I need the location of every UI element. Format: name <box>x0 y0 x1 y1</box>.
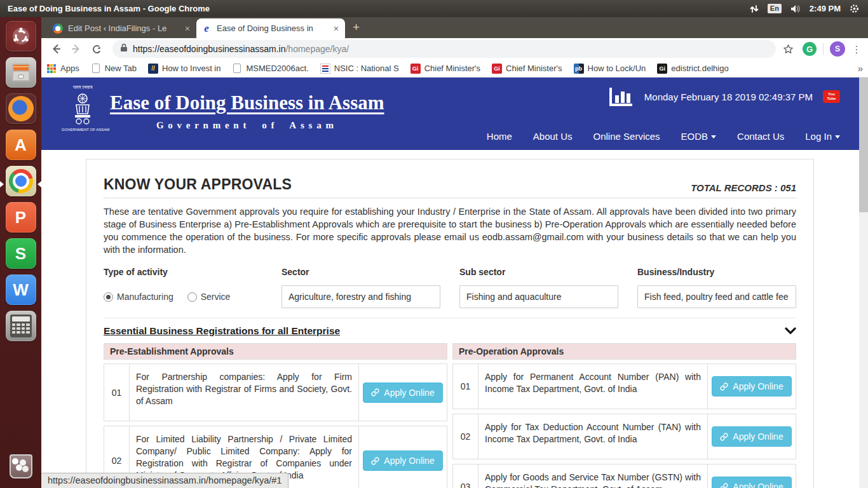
firefox-icon <box>8 96 34 121</box>
nav-online-services[interactable]: Online Services <box>593 131 660 142</box>
radio-unselected-icon[interactable] <box>187 292 197 302</box>
row-text: For Partnership companies: Apply for Fir… <box>130 364 359 421</box>
launcher-item-trash[interactable] <box>6 451 36 482</box>
bookmark-apps[interactable]: Apps <box>46 64 79 74</box>
browser-toolbar: https://easeofdoingbusinessinassam.in/ho… <box>41 38 868 60</box>
launcher-item-ubuntu-software[interactable]: A <box>6 130 36 160</box>
apply-online-button[interactable]: Apply Online <box>363 383 442 403</box>
tab-close-icon[interactable]: × <box>332 24 340 34</box>
collapsible-section-header[interactable]: Essential Business Registrations for all… <box>104 325 796 337</box>
site-header: অসম চৰকাৰ GOVERNMENT OF ASSAM Ease of Do… <box>41 78 868 150</box>
business-industry-label: Business/Industry <box>637 267 796 277</box>
toolbar-separator <box>823 43 824 55</box>
tab-close-icon[interactable]: × <box>184 24 191 34</box>
section-title[interactable]: Essential Business Registrations for all… <box>104 325 340 337</box>
w-app-icon: W <box>13 280 29 300</box>
youtube-icon[interactable]: YouTube <box>823 90 840 103</box>
trash-icon <box>10 454 32 478</box>
tab-indiafilings[interactable]: Edit Post ‹ IndiaFilings - Le × <box>48 18 196 38</box>
page-icon <box>91 64 101 74</box>
nav-eodb[interactable]: EODB <box>681 131 717 142</box>
page-scrollbar[interactable] <box>859 78 868 488</box>
volume-icon[interactable] <box>790 4 801 13</box>
window-title: Ease of Doing Business in Assam - Google… <box>8 4 750 13</box>
bookmark-chief-minister-1[interactable]: GiChief Minister's <box>410 64 480 74</box>
pre-operation-table: Pre-Operation Approvals 01 Apply for Per… <box>452 343 796 488</box>
session-gear-icon[interactable] <box>850 4 859 13</box>
forward-button[interactable] <box>68 41 85 57</box>
launcher-item-files[interactable] <box>6 57 36 88</box>
pre-operation-header: Pre-Operation Approvals <box>452 343 796 360</box>
bookmark-nsic[interactable]: NSIC : National S <box>320 64 399 74</box>
link-icon <box>371 388 379 396</box>
bookmark-msmed-act[interactable]: MSMED2006act. <box>232 64 308 74</box>
header-right: Monday February 18 2019 02:49:37 PM YouT… <box>609 86 840 107</box>
launcher-item-p-app[interactable]: P <box>6 202 36 233</box>
screen: Ease of Doing Business in Assam - Google… <box>0 0 868 488</box>
tab-title: Edit Post ‹ IndiaFilings - Le <box>68 24 179 33</box>
reload-button[interactable] <box>88 41 105 57</box>
page-title: KNOW YOUR APPROVALS <box>104 176 292 193</box>
launcher-item-w-app[interactable]: W <box>6 274 36 305</box>
apply-online-button[interactable]: Apply Online <box>363 451 442 471</box>
bookmark-chief-minister-2[interactable]: GiChief Minister's <box>492 64 562 74</box>
keyboard-layout-indicator[interactable]: En <box>768 4 782 13</box>
bookmark-edistrict[interactable]: Giedistrict.delhigo <box>657 64 728 74</box>
bookmark-how-to-invest[interactable]: //How to Invest in <box>148 64 221 74</box>
scrollbar-thumb[interactable] <box>859 78 868 212</box>
chrome-menu-button[interactable]: ⋮ <box>851 48 862 51</box>
apply-online-button[interactable]: Apply Online <box>712 477 791 488</box>
bookmark-how-to-lock[interactable]: pbHow to Lock/Un <box>574 64 646 74</box>
apply-online-button[interactable]: Apply Online <box>712 426 791 447</box>
caret-down-icon <box>711 135 716 139</box>
radio-service[interactable]: Service <box>187 292 231 302</box>
clock[interactable]: 2:49 PM <box>810 4 841 13</box>
network-arrows-icon[interactable] <box>750 4 759 13</box>
invest-site-icon: // <box>148 64 158 74</box>
grammarly-extension-icon[interactable]: G <box>803 42 817 56</box>
apply-online-button[interactable]: Apply Online <box>712 376 791 396</box>
address-bar[interactable]: https://easeofdoingbusinessinassam.in/ho… <box>112 40 776 58</box>
header-datetime: Monday February 18 2019 02:49:37 PM <box>644 92 813 102</box>
launcher-item-chrome[interactable] <box>6 166 36 196</box>
bookmarks-overflow-chevron[interactable]: » <box>858 63 863 74</box>
tab-strip: Edit Post ‹ IndiaFilings - Le × e Ease o… <box>41 17 868 38</box>
back-button[interactable] <box>48 41 64 57</box>
profile-avatar[interactable]: S <box>830 41 845 57</box>
nav-contact-us[interactable]: Contact Us <box>737 131 784 142</box>
nav-about-us[interactable]: About Us <box>533 131 573 142</box>
tab-title: Ease of Doing Business in <box>217 24 327 33</box>
launcher-item-firefox[interactable] <box>6 93 36 124</box>
gi-red-icon: Gi <box>492 64 502 74</box>
sub-sector-select[interactable]: Fishing and aquaculture <box>459 285 618 308</box>
bookmark-new-tab[interactable]: New Tab <box>91 64 137 74</box>
chevron-down-icon[interactable] <box>785 327 796 335</box>
site-title[interactable]: Ease of Doing Business in Assam <box>110 92 384 114</box>
nsic-icon <box>320 64 330 74</box>
url-text[interactable]: https://easeofdoingbusinessinassam.in/ho… <box>133 44 349 54</box>
new-tab-button[interactable]: + <box>353 20 360 34</box>
lock-icon[interactable] <box>120 43 128 55</box>
bookmark-star-icon[interactable] <box>780 41 796 57</box>
tab-eodb-assam[interactable]: e Ease of Doing Business in × <box>196 18 345 38</box>
eodb-favicon: e <box>201 24 212 34</box>
ashoka-emblem-icon <box>70 92 95 126</box>
sector-select[interactable]: Agriculture, forestry and fishing <box>281 285 440 308</box>
business-industry-select[interactable]: Fish feed, poultry feed and cattle fee <box>637 285 796 308</box>
radio-selected-icon[interactable] <box>104 292 113 302</box>
wordpress-favicon <box>53 24 63 34</box>
launcher-item-s-app[interactable]: S <box>6 238 36 269</box>
total-records: TOTAL RECORDS : 051 <box>691 182 796 193</box>
type-of-activity-label: Type of activity <box>104 267 262 277</box>
launcher-item-ubuntu-dash[interactable] <box>6 21 36 51</box>
nav-log-in[interactable]: Log In <box>805 131 840 142</box>
launcher-item-calculator[interactable] <box>6 311 36 341</box>
row-number: 02 <box>453 414 478 459</box>
row-number: 01 <box>104 364 130 421</box>
browser-window: Edit Post ‹ IndiaFilings - Le × e Ease o… <box>41 17 868 488</box>
apps-grid-icon <box>46 64 57 74</box>
filters-row: Type of activity Manufacturing Service S… <box>104 267 796 308</box>
radio-manufacturing[interactable]: Manufacturing <box>104 292 173 302</box>
nav-home[interactable]: Home <box>487 131 512 142</box>
row-text: Apply for Goods and Service Tax Number (… <box>478 464 708 488</box>
